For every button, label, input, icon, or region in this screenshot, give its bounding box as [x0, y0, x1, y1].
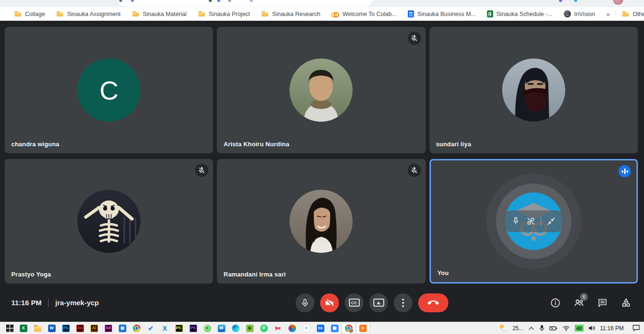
tray-temperature[interactable]: 25... — [512, 325, 523, 332]
calendar-icon[interactable]: ▦ — [116, 323, 130, 334]
start-button[interactable] — [3, 323, 17, 334]
participants-button[interactable]: 6 — [573, 297, 585, 309]
meeting-code: jra-ymek-ycp — [55, 299, 99, 307]
chrome-profile-icon[interactable] — [342, 323, 356, 334]
participant-photo — [289, 58, 353, 122]
other-bookmarks-button[interactable]: Other bookmarks — [622, 10, 644, 18]
bookmark-item[interactable]: Sinauka Business M... — [408, 10, 476, 17]
letter-avatar: C — [77, 58, 140, 122]
present-button[interactable] — [369, 293, 388, 312]
chevron-up-icon[interactable] — [528, 326, 535, 331]
pycharm-icon[interactable]: PC — [172, 323, 186, 334]
profile-avatar-fragment — [613, 0, 623, 5]
activities-icon — [620, 297, 632, 309]
participant-tile-chandra[interactable]: C chandra wiguna — [5, 27, 213, 153]
participant-name: You — [438, 269, 449, 276]
participant-photo — [289, 190, 353, 253]
bookmarks-bar: CollageSinauka AssignmentSinauka Materia… — [0, 7, 644, 21]
animate-icon[interactable]: An — [73, 323, 87, 334]
folder-icon — [14, 10, 22, 18]
info-icon — [550, 297, 561, 309]
speaker-icon[interactable] — [588, 325, 595, 331]
illustrator-icon: Ai — [91, 325, 98, 332]
present-icon — [373, 299, 384, 307]
mic-off-icon — [408, 32, 421, 45]
participant-tile-ramandani[interactable]: Ramandani Irma sari — [217, 159, 425, 284]
bookmarks-overflow-button[interactable]: » — [606, 10, 610, 18]
word-icon[interactable]: W — [45, 323, 59, 334]
action-center-icon[interactable] — [632, 325, 640, 332]
tile-hover-controls — [501, 210, 566, 232]
illustrator-icon[interactable]: Ai — [87, 323, 101, 334]
tray-clock[interactable]: 11:16 PM — [600, 325, 624, 332]
start-button — [6, 325, 9, 328]
visual-studio-icon[interactable]: X — [158, 323, 172, 334]
bookmark-item[interactable]: Sinauka Schedule -... — [487, 10, 553, 17]
end-call-button[interactable] — [418, 293, 448, 312]
excel-icon[interactable]: X — [17, 323, 31, 334]
camera-off-button[interactable] — [320, 293, 339, 312]
slack-icon[interactable]: ⌗ — [299, 323, 314, 334]
wifi-icon[interactable] — [562, 326, 570, 331]
bookmark-item[interactable]: Sinauka Assignment — [56, 10, 120, 18]
pin-icon[interactable] — [511, 216, 521, 226]
design-app-icon: ✄ — [274, 325, 282, 332]
meeting-details-button[interactable] — [550, 297, 561, 309]
check-app-icon[interactable]: ✔ — [144, 323, 158, 334]
bookmark-item[interactable]: Sinauka Research — [261, 10, 320, 18]
browser-toolbar-sliver — [0, 0, 644, 7]
phpstorm-icon[interactable]: PS — [186, 323, 200, 334]
bookmark-item[interactable]: Collage — [14, 10, 45, 18]
bookmark-item[interactable]: Sinauka Project — [198, 10, 250, 18]
chat-icon — [597, 297, 608, 309]
mic-icon — [300, 298, 310, 308]
more-options-icon — [402, 299, 404, 307]
chrome-icon[interactable] — [130, 323, 144, 334]
browser-toolbar-fragment — [209, 0, 212, 2]
camera-app-icon[interactable]: ◉ — [243, 323, 257, 334]
whatsapp-icon[interactable]: ✆ — [257, 323, 271, 334]
participant-name: Ramandani Irma sari — [223, 271, 286, 278]
hexagon-app-icon[interactable] — [285, 323, 299, 334]
pill-divider — [541, 217, 541, 226]
browser-toolbar-fragment — [228, 0, 231, 2]
adobe-xd-icon[interactable]: Xd — [101, 323, 116, 334]
video-grid: C chandra wiguna — [0, 21, 644, 284]
photoshop-icon: Ps — [62, 325, 70, 332]
android-emulator-icon[interactable]: ● — [200, 323, 215, 334]
sheets-icon — [487, 10, 493, 17]
chat-button[interactable] — [597, 297, 608, 309]
more-options-button[interactable] — [394, 293, 413, 312]
file-explorer-icon[interactable] — [31, 323, 45, 334]
chrome-icon — [133, 325, 140, 332]
participant-tile-you[interactable]: You — [429, 159, 638, 284]
battery-icon[interactable] — [549, 326, 558, 331]
remove-from-grid-icon[interactable] — [526, 216, 536, 226]
captions-button[interactable]: CC — [345, 293, 363, 312]
video-app-icon[interactable]: ▣ — [328, 323, 342, 334]
battery-percent-badge[interactable]: 40 — [575, 325, 583, 332]
weather-icon[interactable] — [499, 325, 508, 332]
extension-icon-fragment — [574, 0, 577, 2]
edge-icon[interactable] — [229, 323, 243, 334]
camera-app-icon: ◉ — [246, 325, 254, 332]
bookmark-item[interactable]: Sinauka Material — [132, 10, 187, 18]
tray-mic-icon[interactable] — [539, 325, 545, 332]
design-app-icon[interactable]: ✄ — [271, 323, 285, 334]
activities-button[interactable] — [620, 297, 632, 309]
cc-app-icon[interactable]: cc — [314, 323, 328, 334]
participant-tile-sundari[interactable]: sundari liya — [429, 27, 638, 153]
bookmark-item[interactable]: InVision — [564, 10, 595, 17]
participant-tile-prastyo[interactable]: Prastyo Yoga — [5, 159, 213, 284]
system-tray: 25... 40 11:16 PM — [499, 325, 644, 332]
mail-icon[interactable]: ✉ — [215, 323, 229, 334]
xampp-icon[interactable]: x — [356, 323, 370, 334]
participant-name: chandra wiguna — [11, 141, 59, 148]
bookmark-label: Sinauka Research — [272, 11, 320, 17]
photoshop-icon[interactable]: Ps — [59, 323, 73, 334]
bookmark-item[interactable]: Welcome To Colab... — [331, 10, 396, 18]
minimize-icon[interactable] — [546, 216, 556, 226]
mic-button[interactable] — [296, 293, 314, 312]
participant-tile-arista[interactable]: Arista Khoiru Nurdina — [217, 27, 425, 153]
meet-main: C chandra wiguna — [0, 21, 644, 322]
